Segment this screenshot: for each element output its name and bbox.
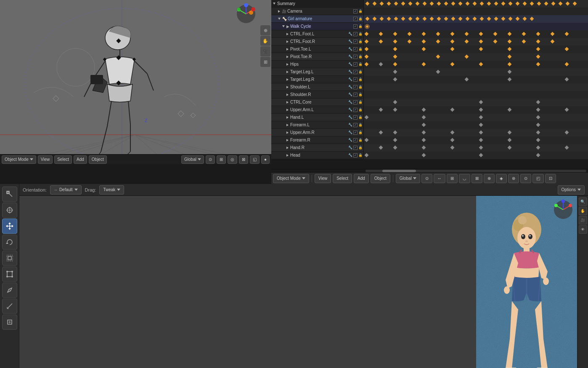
object-btn[interactable]: Object (89, 155, 107, 164)
overlay-btn[interactable]: ⊠ (239, 155, 248, 164)
tweak-dropdown[interactable]: Tweak (99, 185, 124, 195)
br-render-cam-btn[interactable]: 🎥 (579, 216, 587, 224)
scrollbar-thumb[interactable] (382, 170, 416, 172)
bone-label-ctrl-foot-l: CTRL.Foot.L (290, 32, 314, 36)
summary-triangle[interactable] (273, 3, 275, 5)
tb-icon4[interactable]: ◡ (459, 174, 470, 183)
tool-annotate[interactable] (2, 283, 17, 298)
tool-transform[interactable] (2, 267, 17, 282)
tool-scale[interactable] (2, 251, 17, 266)
walk-vis-check[interactable] (353, 24, 358, 29)
armature-vis-check[interactable] (353, 17, 358, 21)
view-btn[interactable]: View (38, 155, 53, 164)
shading-btn[interactable]: ● (261, 155, 270, 164)
walk-kf-area (364, 23, 588, 30)
ds-row-camera: 🎥 Camera 🔒 (271, 8, 588, 15)
ds-row-shoulder-l: Shoulder.L 🔧 🔒 (271, 83, 588, 91)
render-background (476, 196, 577, 368)
global-btn[interactable]: Global (181, 155, 204, 164)
svg-rect-83 (364, 8, 588, 15)
zoom-btn[interactable]: ⊕ (260, 25, 270, 35)
br-dof-btn[interactable]: 👁 (579, 225, 587, 234)
br-pan-btn[interactable]: ✋ (579, 207, 587, 215)
bottom-main-area: Orientation: ↔ Default Drag: Tweak Optio… (19, 184, 588, 368)
options-btn[interactable]: Options (558, 185, 585, 195)
svg-marker-242 (12, 225, 13, 227)
bottom-3d-viewport[interactable] (19, 196, 476, 368)
xray-btn[interactable]: ◱ (250, 155, 260, 164)
mode-select-btn[interactable]: Object Mode (273, 174, 309, 183)
tb-icon6[interactable]: ⊕ (484, 174, 495, 183)
tool-move[interactable] (2, 219, 17, 234)
br-zoom-btn[interactable]: 🔍 (579, 197, 587, 206)
scrollbar-track[interactable] (366, 170, 586, 172)
dopesheet-scrollbar[interactable] (271, 169, 588, 172)
tb-icon11[interactable]: ⊡ (545, 174, 556, 183)
hand-r-keys (364, 144, 588, 152)
svg-rect-39 (90, 75, 103, 84)
tb-icon8[interactable]: ⊛ (508, 174, 519, 183)
tb-select-btn[interactable]: Select (333, 174, 352, 183)
svg-point-51 (237, 8, 241, 11)
tb-object-btn[interactable]: Object (371, 174, 390, 183)
summary-text: Summary (277, 1, 295, 6)
camera-triangle[interactable] (278, 10, 280, 13)
armature-triangle[interactable] (278, 18, 281, 20)
svg-rect-219 (364, 144, 588, 152)
3d-viewport[interactable]: Z Z (0, 0, 271, 164)
options-arrow (577, 189, 581, 191)
pivot-btn[interactable]: ⊙ (206, 155, 215, 164)
ds-label-armature: 🦴 Girl armature 🔒 (271, 15, 364, 22)
svg-point-264 (518, 216, 527, 224)
tool-rotate[interactable] (2, 235, 17, 250)
bone-triangle[interactable] (286, 33, 289, 35)
grid-btn[interactable]: ⊞ (260, 57, 270, 67)
bone-label-shoulder-r: Shoulder.R (290, 92, 311, 97)
svg-rect-173 (364, 76, 588, 83)
tb-add-btn[interactable]: Add (354, 174, 369, 183)
add-btn[interactable]: Add (74, 155, 87, 164)
svg-rect-180 (364, 99, 588, 106)
tb-icon2[interactable]: ↔ (434, 174, 445, 183)
camera-icons: 🔒 (353, 9, 363, 13)
svg-rect-169 (364, 68, 588, 76)
grab-btn[interactable]: ✋ (260, 36, 270, 46)
orientation-arrow (74, 189, 78, 191)
tb-global-btn[interactable]: Global (396, 174, 420, 183)
default-orientation-dropdown[interactable]: ↔ Default (50, 185, 82, 195)
svg-rect-112 (364, 30, 588, 38)
tool-add-object[interactable] (2, 315, 17, 330)
tb-icon7[interactable]: ◈ (496, 174, 507, 183)
camera-vis-check[interactable] (353, 9, 358, 13)
global-arrow (198, 158, 201, 160)
svg-rect-245 (7, 255, 13, 261)
select-btn[interactable]: Select (54, 155, 72, 164)
ds-row-head: Head 🔧 🔒 (271, 152, 588, 159)
camera-view-btn[interactable]: 🎥 (260, 46, 270, 56)
tool-select-box[interactable] (2, 187, 17, 202)
mode-selector[interactable]: Object Mode (2, 155, 36, 164)
snap-btn[interactable]: ⊞ (217, 155, 226, 164)
ds-label-target-leg-r: Target.Leg.R 🔧 🔒 (271, 76, 364, 83)
svg-point-268 (528, 234, 532, 239)
tool-measure[interactable] (2, 299, 17, 314)
walk-triangle[interactable] (282, 25, 285, 27)
tb-view-btn[interactable]: View (315, 174, 331, 183)
proportional-btn[interactable]: ◎ (228, 155, 237, 164)
app-layout: Z Z (0, 0, 588, 368)
svg-point-50 (251, 7, 255, 11)
tb-icon9[interactable]: ⊙ (520, 174, 531, 183)
walk-label: Walk Cycle (290, 24, 311, 29)
dopesheet-panel: Summary (271, 0, 588, 184)
svg-point-278 (504, 286, 510, 294)
svg-marker-241 (6, 225, 8, 227)
tb-icon5[interactable]: ⊠ (471, 174, 482, 183)
ds-label-target-leg-l: Target.Leg.L 🔧 🔒 (271, 68, 364, 75)
tb-icon1[interactable]: ⊙ (421, 174, 432, 183)
tb-icon10[interactable]: ◰ (532, 174, 544, 183)
tb-icon3[interactable]: ⊞ (447, 174, 458, 183)
ctrl-foot-l-keys (364, 30, 588, 38)
tool-cursor[interactable] (2, 203, 17, 218)
ds-label-shoulder-r: Shoulder.R 🔧 🔒 (271, 91, 364, 98)
svg-point-288 (554, 204, 558, 207)
